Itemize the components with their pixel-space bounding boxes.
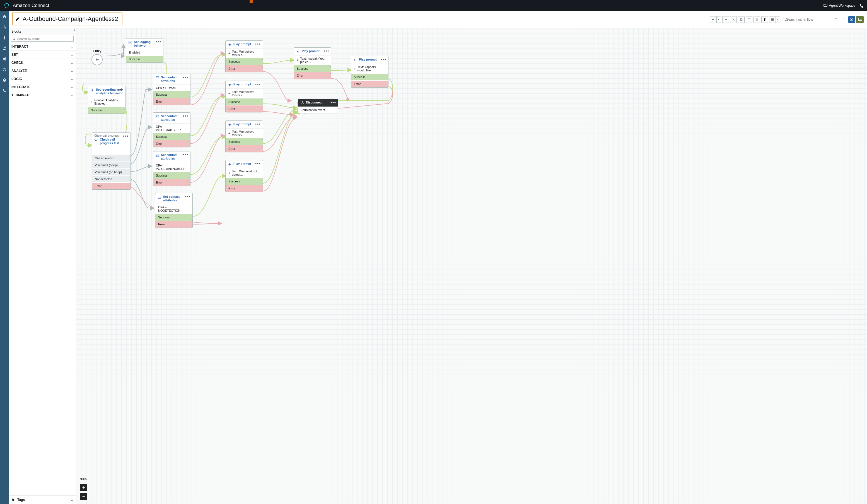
paste-button[interactable] [746, 16, 752, 23]
branch-error[interactable]: Error [226, 185, 263, 192]
search-next[interactable]: ˅ [841, 16, 847, 23]
copy-button[interactable] [738, 16, 745, 23]
cat-check[interactable]: CHECK⌄ [9, 59, 76, 67]
users-icon[interactable] [2, 46, 7, 51]
svg-point-17 [13, 37, 15, 40]
branch-success[interactable]: Success [155, 214, 192, 221]
node-menu[interactable]: ••• [118, 87, 124, 92]
branch-error[interactable]: Error [226, 65, 263, 72]
redo-button[interactable] [722, 16, 729, 23]
branch-success[interactable]: Success [226, 138, 263, 145]
branch-success[interactable]: Success [294, 65, 331, 72]
flow-title-wrap[interactable]: A-Outbound-Campaign-Agentless2 [12, 12, 122, 25]
routing-icon[interactable] [2, 35, 7, 40]
phone-icon[interactable] [859, 3, 864, 8]
cat-logic[interactable]: LOGIC⌄ [9, 75, 76, 83]
node-menu[interactable]: ••• [156, 40, 161, 44]
delete-button[interactable] [761, 16, 768, 23]
branch-error[interactable]: Error [226, 145, 263, 152]
cat-set[interactable]: SET⌄ [9, 51, 76, 59]
node-check-call[interactable]: ••• Check call progress Check call progr… [92, 132, 131, 190]
settings-button[interactable] [848, 16, 855, 23]
save-button[interactable]: La [856, 16, 864, 23]
zoom-out-button[interactable]: − [80, 493, 87, 500]
node-pp2[interactable]: ••• Play prompt +Text: We believe this i… [225, 81, 263, 112]
node-pp3[interactable]: ••• Play prompt +Text: We believe this i… [225, 120, 263, 152]
node-menu[interactable]: ••• [255, 122, 261, 126]
node-sca-human[interactable]: ••• Set contact attributes CPA = HUMAN S… [153, 74, 191, 105]
branch-success[interactable]: Success [153, 172, 190, 179]
branch-success[interactable]: Success [126, 55, 163, 63]
node-menu[interactable]: ••• [255, 82, 261, 86]
branch-error[interactable]: Error [351, 80, 388, 87]
search-flow[interactable] [781, 17, 832, 22]
node-menu[interactable]: ••• [183, 114, 189, 118]
node-menu[interactable]: ••• [323, 49, 329, 53]
layout-dropdown[interactable]: ▾ [776, 16, 780, 23]
node-sca-vmbeep[interactable]: ••• Set contact attributes CPA = VOICEMA… [153, 112, 191, 147]
node-menu[interactable]: ••• [381, 57, 386, 62]
layout-button[interactable] [769, 16, 776, 23]
node-set-recording[interactable]: ••• Set recording and analytics behavior… [88, 86, 126, 114]
branch-success[interactable]: Success [226, 58, 263, 65]
branch-vm-nobeep[interactable]: Voicemail (no beep) [92, 169, 130, 175]
branch-success[interactable]: Success [226, 98, 263, 105]
node-menu[interactable]: ••• [185, 194, 191, 199]
branch-error[interactable]: Error [153, 140, 190, 147]
branch-call-answered[interactable]: Call answered [92, 154, 130, 161]
snap-button[interactable] [753, 16, 760, 23]
cat-analyze[interactable]: ANALYZE⌄ [9, 67, 76, 75]
node-menu[interactable]: ••• [255, 42, 261, 46]
node-set-logging[interactable]: ••• Set logging behavior Enabled Success [126, 38, 163, 63]
node-entry[interactable]: Entry [87, 49, 107, 65]
node-menu[interactable]: ••• [331, 100, 336, 105]
search-flow-input[interactable] [786, 18, 831, 21]
node-sca-nodetection[interactable]: ••• Set contact attributes CPA = NODETEC… [155, 193, 193, 228]
branch-vm-beep[interactable]: Voicemail (beep) [92, 161, 130, 169]
canvas[interactable]: Entry ••• Set logging behavior Enabled S… [76, 28, 867, 504]
branch-error[interactable]: Error [226, 105, 263, 112]
disconnect-icon [300, 101, 304, 105]
profile-icon[interactable] [2, 78, 7, 82]
node-pp4[interactable]: ••• Play prompt +Text: We could not dete… [225, 160, 263, 192]
branch-error[interactable]: Error [92, 182, 130, 189]
cut-button[interactable] [730, 16, 737, 23]
tags-toggle[interactable]: Tags ⌄ [9, 495, 76, 504]
branch-error[interactable]: Error [155, 221, 192, 228]
node-menu[interactable]: ••• [255, 161, 261, 166]
branch-error[interactable]: Error [294, 72, 331, 79]
branch-success[interactable]: Success [351, 73, 388, 80]
search-prev[interactable]: ˄ [833, 16, 839, 23]
cat-integrate[interactable]: INTEGRATE⌄ [9, 83, 76, 91]
branch-error[interactable]: Error [153, 179, 190, 186]
agent-workspace-link[interactable]: Agent Workspace [824, 4, 856, 8]
blocks-collapse[interactable]: ‹ [74, 28, 75, 32]
branch-success[interactable]: Success [226, 178, 263, 185]
campaign-icon[interactable] [2, 57, 7, 61]
cat-terminate[interactable]: TERMINATE⌄ [9, 91, 76, 99]
undo-dropdown[interactable]: ▾ [717, 16, 721, 23]
analytics-icon[interactable] [2, 25, 7, 29]
block-search-input[interactable] [11, 36, 74, 42]
node-sca-vmnobeep[interactable]: ••• Set contact attributes CPA = VOICEMA… [153, 151, 191, 186]
node-pp6[interactable]: ••• Play prompt +Text: <speak>I would li… [351, 56, 388, 88]
branch-not-detected[interactable]: Not detected [92, 175, 130, 182]
node-menu[interactable]: ••• [183, 75, 189, 79]
branch-success[interactable]: Success [88, 107, 125, 114]
cat-interact[interactable]: INTERACT⌄ [9, 43, 76, 51]
headset-icon[interactable] [2, 67, 7, 72]
home-icon[interactable] [2, 14, 7, 19]
branch-success[interactable]: Success [153, 133, 190, 140]
logging-icon [128, 41, 132, 44]
node-menu[interactable]: ••• [183, 152, 189, 157]
branch-success[interactable]: Success [153, 91, 190, 98]
undo-button[interactable] [710, 16, 717, 23]
zoom-in-button[interactable]: + [80, 484, 87, 491]
node-menu[interactable]: ••• [123, 134, 129, 138]
node-pp5[interactable]: ••• Play prompt +Text: <speak>Your pin c… [294, 47, 331, 79]
phone-nav-icon[interactable] [2, 88, 7, 93]
node-disconnect[interactable]: ••• Disconnect Termination event [298, 99, 338, 113]
branch-error[interactable]: Error [153, 98, 190, 105]
chevron-down-icon: ⌄ [71, 86, 73, 89]
node-pp1[interactable]: ••• Play prompt +Text: We believe this i… [225, 41, 263, 72]
